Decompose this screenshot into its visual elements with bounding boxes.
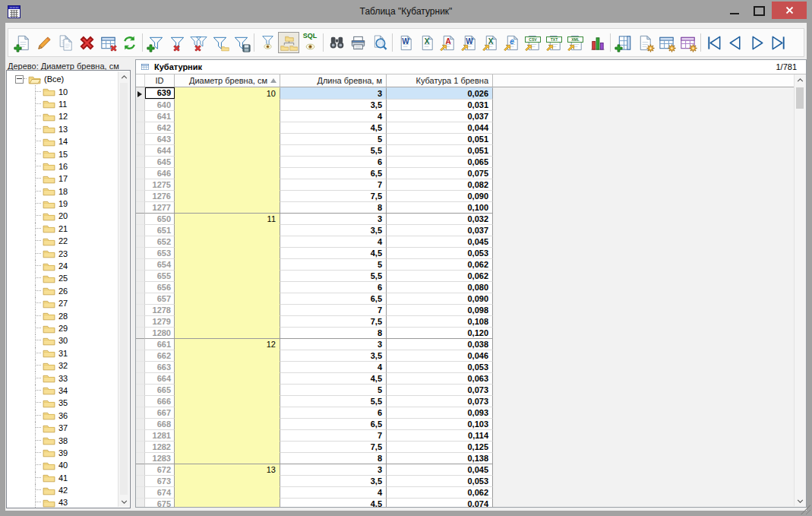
row-indicator[interactable] [136, 122, 145, 133]
cell-length[interactable]: 5 [280, 384, 387, 395]
cell-id[interactable]: 661 [145, 338, 175, 350]
cell-id[interactable]: 662 [145, 350, 175, 361]
table-row[interactable]: 6501130,032 [136, 213, 794, 224]
tree-toggle-button[interactable] [278, 32, 299, 53]
view-settings-button[interactable] [677, 32, 698, 53]
cell-diameter[interactable] [175, 236, 280, 247]
cell-diameter[interactable] [175, 361, 280, 372]
cell-length[interactable]: 5,5 [280, 144, 387, 156]
add-record-button[interactable] [12, 32, 33, 53]
cell-id[interactable]: 644 [145, 144, 175, 156]
form-settings-button[interactable] [634, 32, 656, 53]
cell-volume[interactable]: 0,062 [387, 270, 493, 281]
cell-volume[interactable]: 0,073 [387, 395, 493, 407]
cell-id[interactable]: 654 [145, 258, 175, 270]
cell-id[interactable]: 1275 [145, 179, 175, 190]
tree-item[interactable]: 25 [7, 272, 118, 284]
tree-item[interactable]: 14 [7, 135, 118, 147]
print-button[interactable] [347, 32, 368, 53]
cell-length[interactable]: 6,5 [280, 167, 387, 179]
cell-id[interactable]: 668 [145, 418, 175, 429]
cell-length[interactable]: 4 [280, 110, 387, 122]
tree-item[interactable]: 18 [7, 185, 118, 198]
cell-diameter[interactable] [175, 315, 280, 327]
table-row[interactable]: 6445,50,051 [136, 144, 794, 156]
tree-item[interactable]: 37 [7, 422, 118, 434]
cell-diameter[interactable] [175, 486, 280, 498]
table-row[interactable]: 6513,50,037 [136, 224, 794, 236]
cell-id[interactable]: 656 [145, 281, 175, 293]
cell-volume[interactable]: 0,026 [387, 87, 493, 99]
cell-diameter[interactable]: 13 [175, 464, 280, 475]
cell-diameter[interactable] [175, 133, 280, 144]
cell-length[interactable]: 3 [280, 338, 387, 350]
table-row[interactable]: 64140,037 [136, 110, 794, 122]
cell-id[interactable]: 646 [145, 167, 175, 179]
cell-id[interactable]: 641 [145, 110, 175, 122]
cell-diameter[interactable] [175, 167, 280, 179]
open-excel-button[interactable]: X [416, 32, 438, 53]
row-indicator[interactable] [136, 338, 145, 350]
tree-item[interactable]: 13 [7, 123, 118, 135]
row-indicator[interactable] [136, 213, 145, 224]
table-row[interactable]: 127870,098 [136, 304, 794, 315]
tree-item[interactable]: 11 [7, 98, 118, 110]
cell-length[interactable]: 4,5 [280, 247, 387, 258]
row-indicator[interactable] [136, 384, 145, 395]
cell-diameter[interactable] [175, 270, 280, 281]
cell-diameter[interactable] [175, 384, 280, 395]
cell-id[interactable]: 642 [145, 122, 175, 133]
cell-id[interactable]: 653 [145, 247, 175, 258]
cell-diameter[interactable] [175, 372, 280, 384]
tree-item[interactable]: 30 [7, 334, 118, 347]
tree-item[interactable]: 16 [7, 160, 118, 173]
row-indicator[interactable] [136, 293, 145, 304]
table-row[interactable]: 6686,50,103 [136, 418, 794, 429]
nav-next-button[interactable] [746, 32, 767, 53]
export-word-button[interactable]: W [459, 32, 480, 53]
cell-volume[interactable]: 0,120 [387, 327, 493, 338]
table-row[interactable]: 65240,045 [136, 236, 794, 247]
cell-length[interactable]: 4,5 [280, 372, 387, 384]
row-indicator[interactable] [136, 270, 145, 281]
cell-id[interactable]: 657 [145, 293, 175, 304]
cell-id[interactable]: 652 [145, 236, 175, 247]
export-xml-button[interactable]: XML [565, 32, 586, 53]
cell-volume[interactable]: 0,032 [387, 213, 493, 224]
tree-item-root[interactable]: (Все) [7, 73, 118, 85]
tree-scrollbar[interactable] [118, 71, 129, 507]
table-row[interactable]: 6611230,038 [136, 338, 794, 350]
cell-id[interactable]: 1280 [145, 327, 175, 338]
cell-volume[interactable]: 0,051 [387, 133, 493, 144]
cell-id[interactable]: 655 [145, 270, 175, 281]
table-row[interactable]: 66550,073 [136, 384, 794, 395]
cell-length[interactable]: 8 [280, 452, 387, 464]
delete-table-rows-button[interactable] [97, 32, 118, 53]
table-row[interactable]: 6623,50,046 [136, 350, 794, 361]
cell-diameter[interactable] [175, 350, 280, 361]
cell-length[interactable]: 5 [280, 133, 387, 144]
cell-volume[interactable]: 0,053 [387, 247, 493, 258]
cell-id[interactable]: 674 [145, 486, 175, 498]
export-csv-button[interactable]: CSV [523, 32, 544, 53]
cell-diameter[interactable] [175, 395, 280, 407]
edit-record-button[interactable] [33, 32, 55, 53]
table-row[interactable]: 66340,053 [136, 361, 794, 372]
cell-volume[interactable]: 0,065 [387, 156, 493, 167]
tree-item[interactable]: 28 [7, 309, 118, 321]
cell-diameter[interactable] [175, 441, 280, 452]
cell-diameter[interactable] [175, 281, 280, 293]
row-indicator[interactable] [136, 372, 145, 384]
row-indicator[interactable] [136, 486, 145, 498]
filter-delete-button[interactable] [166, 32, 188, 53]
row-indicator[interactable] [136, 315, 145, 327]
cell-length[interactable]: 7,5 [280, 315, 387, 327]
table-row[interactable]: 65660,080 [136, 281, 794, 293]
row-indicator[interactable] [136, 190, 145, 201]
cell-id[interactable]: 1281 [145, 429, 175, 441]
cell-volume[interactable]: 0,114 [387, 429, 493, 441]
tree-item[interactable]: 39 [7, 447, 118, 459]
cell-diameter[interactable] [175, 99, 280, 110]
tree-item[interactable]: 38 [7, 434, 118, 446]
cell-volume[interactable]: 0,103 [387, 418, 493, 429]
